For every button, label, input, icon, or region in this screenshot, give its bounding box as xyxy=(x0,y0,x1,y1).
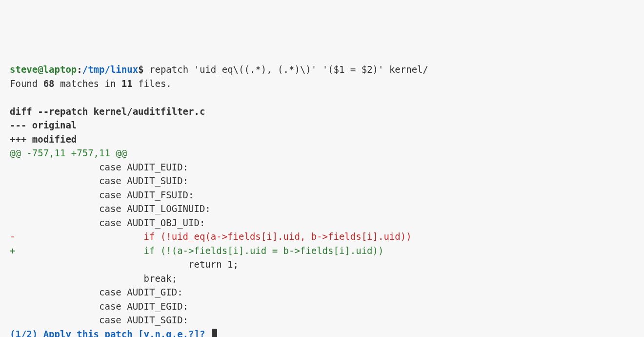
diff-context-line: break; xyxy=(10,273,177,284)
diff-old-header: --- original xyxy=(10,120,77,130)
diff-header: diff --repatch kernel/auditfilter.c xyxy=(10,106,205,117)
diff-hunk: @@ -757,11 +757,11 @@ xyxy=(10,147,127,158)
result-mid: matches in xyxy=(55,78,121,89)
result-suffix: files. xyxy=(133,78,172,89)
diff-new-header: +++ modified xyxy=(10,134,77,145)
diff-context-line: case AUDIT_GID: xyxy=(10,287,183,297)
diff-deleted-line: - if (!uid_eq(a->fields[i].uid, b->field… xyxy=(10,231,412,242)
diff-context-line: case AUDIT_SUID: xyxy=(10,175,188,186)
prompt-path: /tmp/linux xyxy=(82,64,138,75)
result-count-files: 11 xyxy=(121,78,133,89)
diff-context-line: case AUDIT_FSUID: xyxy=(10,190,194,200)
terminal[interactable]: steve@laptop:/tmp/linux$ repatch 'uid_eq… xyxy=(10,63,634,337)
apply-prompt[interactable]: (1/2) Apply this patch [y,n,q,e,?]? xyxy=(10,329,211,337)
result-prefix: Found xyxy=(10,78,43,89)
prompt-colon: : xyxy=(77,64,82,75)
diff-context-line: return 1; xyxy=(10,259,239,270)
diff-context-line: case AUDIT_EGID: xyxy=(10,301,188,312)
command-text: repatch 'uid_eq\((.*), (.*)\)' '($1 = $2… xyxy=(144,64,428,75)
diff-context-line: case AUDIT_LOGINUID: xyxy=(10,203,211,214)
cursor-icon xyxy=(212,329,217,337)
diff-context-line: case AUDIT_OBJ_UID: xyxy=(10,217,205,228)
diff-added-line: + if (!(a->fields[i].uid = b->fields[i].… xyxy=(10,245,383,256)
diff-context-line: case AUDIT_SGID: xyxy=(10,315,188,325)
prompt-user: steve@laptop xyxy=(10,64,77,75)
diff-context-line: case AUDIT_EUID: xyxy=(10,162,188,172)
prompt-dollar: $ xyxy=(138,64,143,75)
result-count-matches: 68 xyxy=(43,78,55,89)
